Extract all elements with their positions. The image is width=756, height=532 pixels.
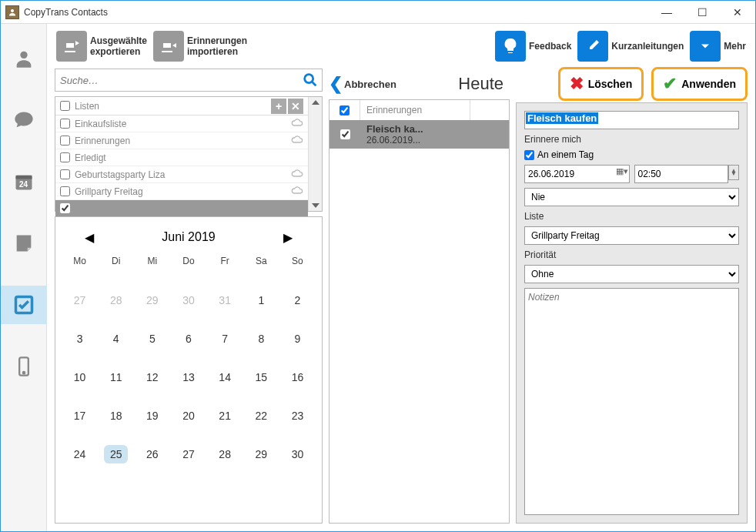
calendar-day[interactable]: 19: [134, 407, 170, 425]
calendar-day[interactable]: 20: [170, 407, 206, 425]
calendar-day[interactable]: 2: [279, 291, 316, 309]
close-button[interactable]: ✕: [720, 1, 755, 24]
today-label: Heute: [458, 74, 503, 94]
list-item[interactable]: Einkaufsliste: [55, 115, 308, 132]
calendar-day[interactable]: 28: [207, 445, 243, 463]
list-select[interactable]: Grillparty Freitag: [524, 226, 739, 245]
date-picker-icon[interactable]: ▦▾: [616, 166, 628, 176]
title-input[interactable]: Fleisch kaufen: [524, 111, 739, 129]
list-item-checkbox[interactable]: [60, 186, 70, 196]
list-item-checkbox[interactable]: [60, 203, 70, 213]
maximize-button[interactable]: ☐: [684, 1, 720, 24]
calendar-day[interactable]: 30: [279, 445, 316, 463]
guides-button[interactable]: Kurzanleitungen: [576, 29, 685, 63]
time-input[interactable]: ▲▼: [634, 165, 740, 183]
add-list-button[interactable]: +: [271, 99, 286, 114]
titlebar: CopyTrans Contacts — ☐ ✕: [1, 1, 755, 24]
delete-list-button[interactable]: ✕: [288, 99, 303, 114]
more-button[interactable]: Mehr: [688, 29, 748, 63]
export-icon: [56, 31, 87, 62]
calendar-day[interactable]: 1: [243, 291, 279, 309]
calendar-day[interactable]: 30: [170, 291, 206, 309]
nav-contacts[interactable]: [1, 39, 47, 78]
calendar-day[interactable]: 18: [98, 407, 134, 425]
calendar-day[interactable]: 15: [243, 368, 279, 386]
lists-scrollbar[interactable]: [308, 97, 322, 211]
calendar-day[interactable]: 27: [62, 291, 98, 309]
calendar-day[interactable]: 14: [207, 368, 243, 386]
x-icon: ✖: [570, 74, 584, 94]
calendar-day[interactable]: 4: [98, 330, 134, 348]
prev-month-button[interactable]: ◀: [85, 230, 94, 245]
calendar-day[interactable]: 24: [62, 445, 98, 463]
calendar-day[interactable]: 8: [243, 330, 279, 348]
calendar-day[interactable]: 26: [134, 445, 170, 463]
repeat-select[interactable]: Nie: [524, 188, 739, 206]
list-item[interactable]: Erinnerungen: [55, 132, 308, 149]
list-item-checkbox[interactable]: [60, 169, 70, 179]
list-item[interactable]: Erledigt: [55, 149, 308, 166]
reminder-row-checkbox[interactable]: [340, 129, 350, 139]
calendar-day[interactable]: 9: [279, 330, 316, 348]
calendar-day[interactable]: 3: [62, 330, 98, 348]
calendar-day[interactable]: 25: [104, 445, 128, 463]
reminder-row[interactable]: Fleisch ka... 26.06.2019...: [329, 120, 509, 149]
apply-button[interactable]: ✔ Anwenden: [651, 67, 748, 101]
window-title: CopyTrans Contacts: [24, 7, 649, 18]
calendar-day[interactable]: 29: [134, 291, 170, 309]
calendar-day[interactable]: 23: [279, 407, 316, 425]
next-month-button[interactable]: ▶: [283, 230, 293, 245]
on-a-day-checkbox[interactable]: [524, 150, 534, 160]
nav-notes[interactable]: [1, 224, 47, 263]
calendar-day[interactable]: 31: [207, 291, 243, 309]
time-spinner[interactable]: ▲▼: [728, 165, 739, 180]
list-label: Liste: [524, 211, 739, 222]
calendar-day[interactable]: 12: [134, 368, 170, 386]
cloud-icon: [291, 169, 303, 180]
list-item-checkbox[interactable]: [60, 152, 70, 162]
priority-select[interactable]: Ohne: [524, 265, 739, 283]
calendar-dow: Mi: [134, 251, 170, 271]
calendar-dow: Mo: [62, 251, 98, 271]
search-box[interactable]: [55, 69, 323, 92]
import-reminders-button[interactable]: Erinnerungenimportieren: [152, 29, 249, 63]
calendar-day[interactable]: 11: [98, 368, 134, 386]
calendar-day[interactable]: 17: [62, 407, 98, 425]
calendar-day[interactable]: 10: [62, 368, 98, 386]
calendar-title: Juni 2019: [162, 230, 215, 244]
cancel-button[interactable]: ❮ Abbrechen: [329, 74, 396, 94]
calendar-day[interactable]: 16: [279, 368, 316, 386]
calendar-day[interactable]: 27: [170, 445, 206, 463]
notes-input[interactable]: [524, 288, 739, 515]
calendar-day[interactable]: 6: [170, 330, 206, 348]
nav-reminders[interactable]: [1, 286, 47, 324]
list-item[interactable]: Geburtstagsparty Liza: [55, 166, 308, 183]
search-icon[interactable]: [299, 69, 322, 92]
calendar-day[interactable]: 7: [207, 330, 243, 348]
list-item[interactable]: Grillparty Freitag: [55, 183, 308, 200]
minimize-button[interactable]: —: [649, 1, 684, 24]
search-input[interactable]: [55, 75, 299, 86]
list-item-selected[interactable]: [55, 200, 308, 217]
feedback-button[interactable]: Feedback: [493, 29, 573, 63]
calendar-day[interactable]: 13: [170, 368, 206, 386]
lists-select-all[interactable]: [60, 101, 70, 111]
nav-device[interactable]: [1, 347, 47, 386]
calendar-day[interactable]: 5: [134, 330, 170, 348]
calendar-day[interactable]: 21: [207, 407, 243, 425]
cloud-icon: [291, 118, 303, 129]
list-item-checkbox[interactable]: [60, 119, 70, 129]
date-input[interactable]: ▦▾: [524, 165, 630, 183]
delete-button[interactable]: ✖ Löschen: [558, 67, 644, 101]
reminders-select-all[interactable]: [340, 105, 350, 115]
nav-messages[interactable]: [1, 101, 47, 139]
nav-calendar[interactable]: 24: [1, 162, 47, 201]
export-selected-button[interactable]: Ausgewählteexportieren: [55, 29, 149, 63]
calendar-day[interactable]: 28: [98, 291, 134, 309]
list-item-checkbox[interactable]: [60, 136, 70, 146]
calendar-day[interactable]: 29: [243, 445, 279, 463]
app-icon: [5, 5, 19, 19]
caret-down-icon: [690, 31, 721, 62]
calendar-day[interactable]: 22: [243, 407, 279, 425]
cloud-icon: [291, 135, 303, 146]
